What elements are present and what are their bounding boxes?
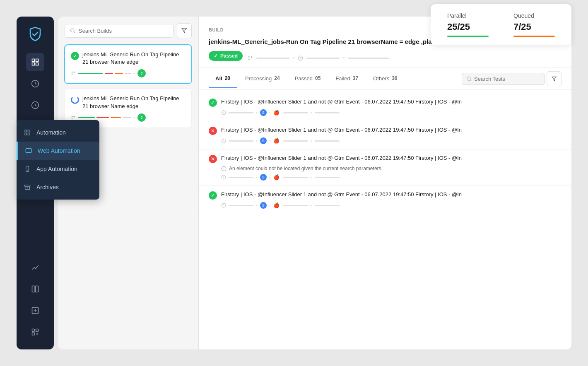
tab-passed[interactable]: Passed 05: [288, 70, 328, 88]
test-2-browser-icon: S: [260, 137, 267, 144]
builds-search-input[interactable]: [79, 28, 168, 34]
svg-rect-19: [24, 185, 30, 186]
sidebar-item-history[interactable]: [26, 96, 44, 114]
svg-rect-1: [36, 59, 39, 62]
tests-search-wrapper[interactable]: [462, 73, 545, 85]
test-item-3[interactable]: ✕ Firstory | IOS - @Influencer Slider 1 …: [199, 149, 571, 186]
sidebar-item-analytics[interactable]: [26, 258, 44, 277]
parallel-queued-banner: Parallel 25/25 Queued 7/25: [431, 4, 571, 45]
filter-icon: [181, 28, 187, 34]
builds-search-wrapper[interactable]: [65, 24, 174, 38]
tab-others-label: Others: [373, 75, 389, 82]
passed-check: ✓: [214, 53, 218, 59]
queued-bar: [513, 36, 555, 37]
tab-passed-count: 05: [315, 75, 321, 81]
detail-panel: Build: [199, 17, 571, 349]
test-item-2[interactable]: ✕ Firstory | IOS - @Influencer Slider 1 …: [199, 121, 571, 149]
tab-passed-label: Passed: [295, 75, 313, 82]
test-3-error-text: An element could not be located given th…: [229, 166, 383, 171]
svg-point-34: [248, 59, 249, 60]
test-3-error: An element could not be located given th…: [221, 166, 561, 171]
sidebar-item-create[interactable]: [26, 301, 44, 320]
dropdown-automation-label: Automation: [36, 129, 66, 136]
tab-failed-label: Failed: [335, 75, 350, 82]
queued-value: 7/25: [513, 22, 531, 32]
tests-filter-button[interactable]: [547, 71, 561, 86]
tab-all[interactable]: All 20: [209, 70, 237, 88]
dropdown-item-archives[interactable]: Archives: [17, 178, 99, 196]
dropdown-item-app-automation[interactable]: App Automation: [17, 160, 99, 178]
build-1-status-icon: ✓: [71, 52, 79, 60]
svg-rect-8: [36, 286, 39, 292]
test-2-os-icon: 🍎: [273, 137, 280, 144]
test-list: ✓ Firstory | IOS - @Influencer Slider 1 …: [199, 90, 571, 349]
clock-meta-icon: [298, 55, 303, 61]
test-item-1[interactable]: ✓ Firstory | IOS - @Influencer Slider 1 …: [199, 93, 571, 121]
build-label: Build: [209, 27, 224, 32]
tab-all-label: All: [215, 75, 222, 82]
automation-icon: [23, 128, 31, 137]
test-2-status-icon: ✕: [209, 127, 217, 135]
build-1-meta: • J: [71, 69, 186, 77]
parallel-value: 25/25: [447, 22, 470, 32]
test-4-name: Firstory | IOS - @Influencer Slider 1 an…: [221, 191, 462, 198]
test-4-status-icon: ✓: [209, 191, 217, 200]
sidebar-item-compare[interactable]: [26, 280, 44, 298]
tab-failed[interactable]: Failed 37: [329, 70, 365, 88]
svg-point-37: [467, 77, 471, 80]
svg-rect-0: [32, 59, 35, 62]
builds-filter-button[interactable]: [177, 23, 192, 38]
test-1-os-icon: 🍎: [273, 109, 280, 116]
main-content: ✓ jenkins ML Generic Run On Tag Pipeline…: [58, 17, 571, 349]
dropdown-item-web-automation[interactable]: Web Automation: [17, 142, 99, 160]
test-3-name: Firstory | IOS - @Influencer Slider 1 an…: [221, 154, 462, 162]
passed-label: Passed: [220, 53, 238, 59]
dropdown-app-automation-label: App Automation: [36, 166, 77, 172]
svg-rect-15: [28, 133, 30, 135]
svg-rect-7: [32, 286, 35, 292]
test-item-4[interactable]: ✓ Firstory | IOS - @Influencer Slider 1 …: [199, 186, 571, 214]
tab-processing-label: Processing: [245, 75, 272, 82]
build-1-avatar: J: [137, 69, 146, 77]
tab-all-count: 20: [225, 75, 230, 81]
dropdown-item-automation[interactable]: Automation: [17, 123, 99, 142]
meta-bar-1: [256, 58, 289, 59]
test-4-os-icon: 🍎: [273, 202, 280, 209]
test-3-meta: • S • 🍎 •: [221, 174, 561, 181]
sidebar-item-automation[interactable]: [26, 53, 44, 71]
tests-search-icon: [466, 76, 472, 82]
svg-point-25: [72, 118, 72, 119]
meta-bar-2: [306, 58, 340, 59]
build-card-1[interactable]: ✓ jenkins ML Generic Run On Tag Pipeline…: [65, 45, 192, 84]
test-1-status-icon: ✓: [209, 99, 217, 107]
tab-others[interactable]: Others 36: [366, 70, 404, 88]
build-2-progress-bar: [78, 117, 131, 118]
dropdown-archives-label: Archives: [36, 184, 59, 190]
search-icon: [70, 28, 75, 34]
build-1-name: jenkins ML Generic Run On Tag Pipeline 2…: [82, 51, 186, 66]
tests-tabs-bar: All 20 Processing 24 Passed 05 Failed 37…: [199, 68, 571, 90]
test-2-clock-icon: [221, 138, 226, 143]
test-3-os-icon: 🍎: [273, 174, 280, 181]
test-1-name: Firstory | IOS - @Influencer Slider 1 an…: [221, 98, 462, 106]
sidebar-item-apps[interactable]: [26, 323, 44, 341]
sidebar-item-dashboard[interactable]: [26, 75, 44, 93]
dropdown-menu: Automation Web Automation App Automation: [17, 120, 99, 200]
tests-search-input[interactable]: [474, 76, 540, 82]
passed-badge: ✓ Passed: [209, 51, 243, 61]
build-1-progress-bar: [78, 73, 131, 74]
test-1-clock-icon: [221, 110, 226, 115]
logo[interactable]: [26, 25, 44, 43]
tab-processing-count: 24: [274, 75, 280, 81]
build-2-status-icon: [71, 96, 79, 104]
svg-rect-12: [32, 333, 35, 335]
svg-rect-14: [28, 130, 30, 132]
test-4-meta: • S • 🍎 •: [221, 202, 561, 209]
queued-item: Queued 7/25: [513, 12, 555, 37]
parallel-bar: [447, 36, 489, 37]
tests-filter-icon: [552, 76, 557, 82]
web-automation-icon: [24, 147, 33, 155]
svg-rect-17: [26, 149, 31, 153]
tab-processing[interactable]: Processing 24: [239, 70, 287, 88]
svg-point-20: [71, 29, 75, 32]
